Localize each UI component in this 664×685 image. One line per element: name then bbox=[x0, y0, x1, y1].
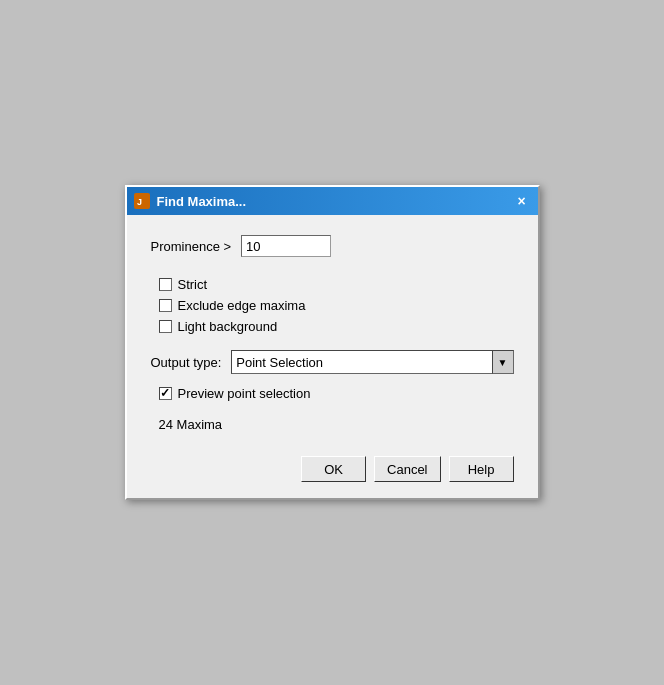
dialog-body: Prominence > Strict Exclude edge maxima … bbox=[127, 215, 538, 498]
strict-checkbox[interactable] bbox=[159, 278, 172, 291]
prominence-row: Prominence > bbox=[151, 235, 514, 257]
output-type-label: Output type: bbox=[151, 355, 222, 370]
maxima-count: 24 Maxima bbox=[151, 417, 514, 432]
preview-row: Preview point selection bbox=[151, 386, 514, 401]
exclude-edge-label[interactable]: Exclude edge maxima bbox=[178, 298, 306, 313]
help-button[interactable]: Help bbox=[449, 456, 514, 482]
light-bg-label[interactable]: Light background bbox=[178, 319, 278, 334]
title-bar-left: J Find Maxima... bbox=[133, 192, 247, 210]
preview-checkbox[interactable] bbox=[159, 387, 172, 400]
checkboxes-section: Strict Exclude edge maxima Light backgro… bbox=[151, 277, 514, 334]
prominence-input[interactable] bbox=[241, 235, 331, 257]
strict-row: Strict bbox=[159, 277, 514, 292]
exclude-edge-row: Exclude edge maxima bbox=[159, 298, 514, 313]
close-button[interactable]: × bbox=[512, 191, 532, 211]
cancel-button[interactable]: Cancel bbox=[374, 456, 440, 482]
preview-label[interactable]: Preview point selection bbox=[178, 386, 311, 401]
app-icon: J bbox=[133, 192, 151, 210]
exclude-edge-checkbox[interactable] bbox=[159, 299, 172, 312]
strict-label[interactable]: Strict bbox=[178, 277, 208, 292]
title-bar: J Find Maxima... × bbox=[127, 187, 538, 215]
dialog-title: Find Maxima... bbox=[157, 194, 247, 209]
light-bg-row: Light background bbox=[159, 319, 514, 334]
button-row: OK Cancel Help bbox=[151, 452, 514, 482]
output-type-row: Output type: Point Selection List Count … bbox=[151, 350, 514, 374]
prominence-label: Prominence > bbox=[151, 239, 232, 254]
svg-text:J: J bbox=[137, 197, 142, 207]
light-bg-checkbox[interactable] bbox=[159, 320, 172, 333]
ok-button[interactable]: OK bbox=[301, 456, 366, 482]
find-maxima-dialog: J Find Maxima... × Prominence > Strict E… bbox=[125, 185, 540, 500]
output-select-wrapper: Point Selection List Count Maxima Within… bbox=[231, 350, 513, 374]
output-type-select[interactable]: Point Selection List Count Maxima Within… bbox=[231, 350, 513, 374]
